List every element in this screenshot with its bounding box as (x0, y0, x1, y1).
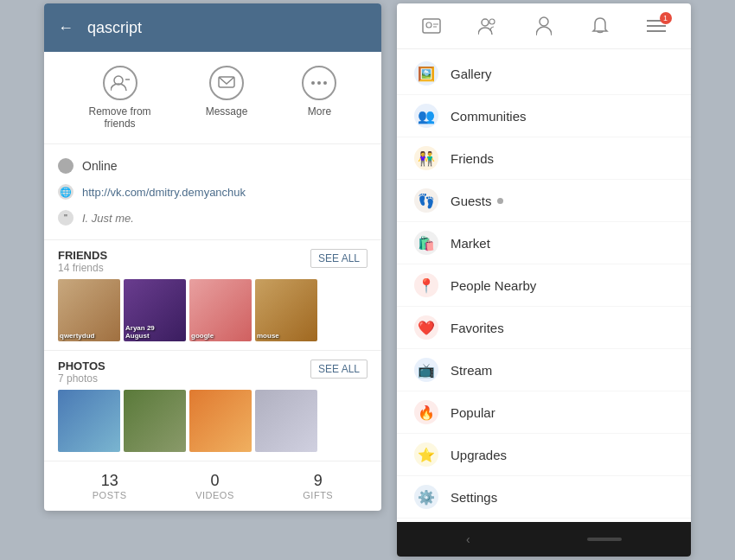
guests-icon: 👣 (414, 188, 438, 213)
remove-friend-icon (103, 66, 137, 100)
photos-see-all[interactable]: SEE ALL (310, 360, 368, 379)
more-icon (302, 66, 336, 100)
nav-person[interactable] (532, 14, 556, 38)
status-text: Online (82, 159, 117, 173)
nav-bell[interactable] (588, 14, 612, 38)
friend-thumb-3[interactable]: google (189, 279, 252, 341)
stat-gifts: 9 GIFTS (303, 472, 333, 500)
menu-item-settings[interactable]: ⚙️ Settings (397, 476, 691, 519)
bottom-chevron[interactable]: ‹ (466, 532, 470, 546)
stat-posts-label: POSTS (93, 490, 127, 500)
menu-item-friends[interactable]: 👫 Friends (397, 137, 691, 180)
favorites-icon: ❤️ (414, 315, 438, 340)
friend-thumb-2[interactable]: Aryan 29August (124, 279, 186, 341)
remove-friend-button[interactable]: Remove fromfriends (89, 66, 151, 130)
status-row: Online (58, 153, 368, 179)
friend-thumb-4-img: mouse (255, 279, 317, 341)
right-panel: 1 🖼️ Gallery 👥 Communities 👫 Friends 👣 G… (397, 3, 691, 557)
friends-icon: 👫 (414, 146, 438, 170)
more-label: More (308, 105, 331, 118)
favorites-label: Favorites (451, 321, 504, 335)
menu-item-market[interactable]: 🛍️ Market (397, 222, 691, 264)
friend-thumb-1[interactable]: qwertydud (58, 279, 120, 341)
menu-list: 🖼️ Gallery 👥 Communities 👫 Friends 👣 Gue… (397, 49, 691, 522)
profile-url[interactable]: http://vk.com/dmitry.demyanchuk (82, 186, 246, 199)
bottom-bar: ‹ (397, 522, 691, 557)
status-dot (58, 158, 74, 174)
stat-posts-num: 13 (101, 472, 118, 490)
svg-point-7 (426, 22, 431, 28)
stat-videos: 0 VIDEOS (195, 472, 234, 500)
menu-item-gallery[interactable]: 🖼️ Gallery (397, 53, 691, 95)
friends-grid: qwertydud Aryan 29August google mouse (58, 279, 368, 341)
stat-gifts-num: 9 (314, 472, 323, 490)
photo-thumb-2[interactable] (124, 390, 186, 452)
stream-icon: 📺 (414, 358, 438, 382)
more-button[interactable]: More (302, 66, 336, 130)
svg-point-5 (323, 81, 327, 85)
upgrades-label: Upgrades (451, 448, 507, 462)
svg-point-4 (317, 81, 321, 85)
quote-icon: " (58, 210, 74, 226)
message-button[interactable]: Message (206, 66, 248, 130)
stats-row: 13 POSTS 0 VIDEOS 9 GIFTS (44, 461, 381, 511)
friends-subtitle: 14 friends (58, 262, 107, 274)
bottom-handle (587, 538, 622, 541)
people-nearby-label: People Nearby (451, 278, 536, 293)
profile-info: Online 🌐 http://vk.com/dmitry.demyanchuk… (44, 144, 381, 240)
friend-thumb-3-img: google (189, 279, 252, 341)
menu-item-upgrades[interactable]: ⭐ Upgrades (397, 434, 691, 476)
profile-header: ← qascript (44, 3, 381, 52)
menu-item-communities[interactable]: 👥 Communities (397, 95, 691, 137)
friends-title: FRIENDS (58, 249, 107, 262)
menu-item-stream[interactable]: 📺 Stream (397, 349, 691, 391)
remove-friend-label: Remove fromfriends (89, 105, 151, 130)
menu-item-popular[interactable]: 🔥 Popular (397, 391, 691, 434)
upgrades-icon: ⭐ (414, 442, 438, 467)
svg-point-12 (540, 17, 548, 26)
photos-grid (58, 390, 368, 452)
message-label: Message (206, 105, 248, 118)
svg-point-10 (482, 19, 489, 26)
friends-see-all[interactable]: SEE ALL (310, 249, 368, 268)
photos-section: PHOTOS 7 photos SEE ALL (44, 351, 381, 461)
menu-item-people-nearby[interactable]: 📍 People Nearby (397, 264, 691, 307)
popular-label: Popular (451, 405, 495, 420)
svg-point-11 (489, 19, 495, 24)
menu-badge: 1 (660, 12, 672, 24)
gallery-icon: 🖼️ (414, 61, 438, 86)
gallery-label: Gallery (451, 67, 492, 81)
friend-thumb-1-img: qwertydud (58, 279, 120, 341)
message-icon (209, 66, 244, 100)
guests-label: Guests (451, 194, 503, 208)
stat-posts: 13 POSTS (93, 472, 127, 500)
friends-label: Friends (451, 151, 494, 166)
settings-icon: ⚙️ (414, 485, 438, 509)
photo-thumb-3[interactable] (189, 390, 252, 452)
friends-section: FRIENDS 14 friends SEE ALL qwertydud Ary… (44, 240, 381, 351)
left-panel: ← qascript Remove fromfriends Message (44, 3, 381, 511)
settings-label: Settings (451, 490, 497, 505)
menu-item-favorites[interactable]: ❤️ Favorites (397, 307, 691, 349)
communities-label: Communities (451, 109, 527, 124)
menu-item-guests[interactable]: 👣 Guests (397, 180, 691, 222)
back-button[interactable]: ← (58, 19, 74, 37)
photos-section-header: PHOTOS 7 photos SEE ALL (58, 360, 368, 385)
photo-thumb-4[interactable] (255, 390, 317, 452)
photo-thumb-1[interactable] (58, 390, 120, 452)
photos-title: PHOTOS (58, 360, 105, 372)
nav-menu[interactable]: 1 (644, 14, 668, 38)
svg-point-3 (311, 81, 315, 85)
friend-thumb-4[interactable]: mouse (255, 279, 317, 341)
action-buttons-row: Remove fromfriends Message More (44, 52, 381, 144)
stream-label: Stream (451, 363, 492, 378)
friend-label-3: google (191, 332, 214, 340)
globe-icon: 🌐 (58, 184, 74, 200)
nav-friends[interactable] (476, 14, 500, 38)
quote-text: I. Just me. (82, 212, 134, 225)
top-nav: 1 (397, 3, 691, 49)
profile-username: qascript (87, 19, 142, 37)
nav-profile-card[interactable] (419, 14, 444, 38)
market-icon: 🛍️ (414, 231, 438, 255)
photos-subtitle: 7 photos (58, 372, 105, 385)
